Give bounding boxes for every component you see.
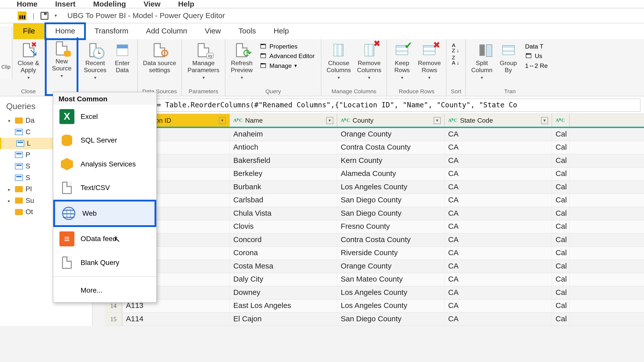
group-transform-label: Tran bbox=[469, 87, 551, 95]
table-row[interactable]: 10 A109 Corona Riverside County CA Cal bbox=[105, 247, 644, 260]
replace-values-button[interactable]: 1↔2 Re bbox=[523, 61, 549, 70]
cell-county: San Diego County bbox=[337, 207, 445, 220]
cell-county: Contra Costa County bbox=[337, 141, 445, 154]
tab-view[interactable]: View bbox=[196, 24, 230, 38]
col-name[interactable]: AᴮCName▾ bbox=[230, 114, 337, 127]
qat-dropdown-icon[interactable]: ▾ bbox=[55, 13, 57, 18]
sort-desc-button[interactable]: ZA ↓ bbox=[452, 55, 460, 66]
cell-next: Cal bbox=[552, 273, 570, 286]
tab-file[interactable]: File bbox=[13, 23, 45, 39]
group-manage-columns: Choose Columns▾ ✖ Remove Columns▾ Manage… bbox=[321, 39, 387, 96]
folder-icon bbox=[15, 186, 23, 192]
menu-text-csv[interactable]: Text/CSV bbox=[53, 176, 156, 200]
split-column-button[interactable]: Split Column▾ bbox=[469, 41, 495, 87]
table-row[interactable]: 8 A107 Clovis Fresno County CA Cal bbox=[105, 220, 644, 234]
properties-button[interactable]: 🗔Properties bbox=[258, 42, 316, 51]
table-row[interactable]: 11 A110 Costa Mesa Orange County CA Cal bbox=[105, 260, 644, 273]
cell-name: East Los Angeles bbox=[230, 300, 337, 312]
cell-next: Cal bbox=[552, 313, 570, 326]
outer-tab-home[interactable]: Home bbox=[17, 0, 38, 8]
cell-name: Costa Mesa bbox=[230, 260, 337, 273]
col-next[interactable]: AᴮC bbox=[552, 114, 570, 127]
tab-tools[interactable]: Tools bbox=[230, 24, 265, 38]
keep-rows-label: Keep Rows bbox=[394, 59, 410, 73]
table-row[interactable]: 4 A103 Berkeley Alameda County CA Cal bbox=[105, 168, 644, 181]
filter-dropdown-icon[interactable]: ▾ bbox=[434, 117, 441, 124]
transform-stack: Data T 🗔Us 1↔2 Re bbox=[521, 41, 551, 87]
tab-add-column[interactable]: Add Column bbox=[137, 24, 196, 38]
group-reduce-rows: ✔ Keep Rows▾ ✖ Remove Rows▾ Reduce Rows bbox=[387, 39, 447, 96]
globe-icon bbox=[61, 206, 76, 221]
tab-home[interactable]: Home bbox=[45, 22, 86, 40]
outer-tab-insert[interactable]: Insert bbox=[55, 0, 75, 8]
group-by-button[interactable]: Group By bbox=[496, 41, 521, 87]
table-row[interactable]: 7 A106 Chula Vista San Diego County CA C… bbox=[105, 207, 644, 220]
table-row[interactable]: 6 A105 Carlsbad San Diego County CA Cal bbox=[105, 194, 644, 207]
menu-separator bbox=[53, 276, 156, 277]
col-state-code[interactable]: AᴮCState Code▾ bbox=[445, 114, 552, 127]
table-row[interactable]: 13 A112 Downey Los Angeles County CA Cal bbox=[105, 286, 644, 300]
table-row[interactable]: 1 A100 Anaheim Orange County CA Cal bbox=[105, 128, 644, 141]
data-type-button[interactable]: Data T bbox=[523, 42, 549, 51]
table-row[interactable]: 5 A104 Burbank Los Angeles County CA Cal bbox=[105, 181, 644, 194]
advanced-editor-button[interactable]: 🗔Advanced Editor bbox=[258, 52, 316, 60]
cell-next: Cal bbox=[552, 286, 570, 299]
tab-transform[interactable]: Transform bbox=[86, 24, 137, 38]
menu-blank-query[interactable]: Blank Query bbox=[53, 251, 156, 275]
filter-dropdown-icon[interactable]: ▾ bbox=[219, 117, 226, 124]
group-parameters: xy Manage Parameters▾ Parameters bbox=[182, 39, 225, 96]
refresh-preview-button[interactable]: ⟳ Refresh Preview▾ bbox=[228, 41, 255, 87]
tab-help[interactable]: Help bbox=[265, 24, 298, 38]
table-row[interactable]: 12 A111 Daly City San Mateo County CA Ca… bbox=[105, 273, 644, 287]
manage-button[interactable]: 🗔Manage ▾ bbox=[258, 61, 316, 70]
menu-more[interactable]: More... bbox=[53, 279, 156, 302]
group-query-label: Query bbox=[228, 87, 318, 95]
table-row[interactable]: 3 A102 Bakersfield Kern County CA Cal bbox=[105, 154, 644, 168]
save-icon[interactable] bbox=[41, 12, 49, 20]
formula-bar: ✕ ✓ 𝑓ₓ bbox=[105, 96, 644, 114]
table-row[interactable]: 9 A108 Concord Contra Costa County CA Ca… bbox=[105, 234, 644, 247]
table-row[interactable]: 14 A113 East Los Angeles Los Angeles Cou… bbox=[105, 300, 644, 313]
cell-state-code: CA bbox=[445, 247, 552, 260]
blank-icon bbox=[59, 283, 74, 298]
group-close-label: Close bbox=[15, 87, 42, 95]
cell-name: Concord bbox=[230, 234, 337, 246]
cube-icon bbox=[59, 157, 74, 172]
menu-odata[interactable]: ≡OData feed bbox=[53, 227, 156, 251]
split-column-icon bbox=[474, 43, 490, 58]
cell-state-code: CA bbox=[445, 313, 552, 326]
menu-web[interactable]: Web bbox=[53, 200, 156, 227]
remove-rows-icon: ✖ bbox=[422, 43, 437, 58]
outer-tab-modeling[interactable]: Modeling bbox=[93, 0, 126, 8]
use-first-row-button[interactable]: 🗔Us bbox=[523, 52, 549, 60]
menu-excel[interactable]: XExcel bbox=[53, 105, 156, 129]
sort-asc-button[interactable]: AZ ↓ bbox=[452, 43, 460, 53]
keep-rows-button[interactable]: ✔ Keep Rows▾ bbox=[390, 41, 414, 87]
close-apply-button[interactable]: ✖↘ Close & Apply▾ bbox=[15, 41, 42, 87]
enter-data-button[interactable]: Enter Data bbox=[110, 41, 135, 87]
formula-input[interactable] bbox=[152, 98, 641, 112]
manage-parameters-button[interactable]: xy Manage Parameters▾ bbox=[185, 41, 223, 87]
new-source-button[interactable]: New Source▾ bbox=[49, 39, 74, 93]
filter-dropdown-icon[interactable]: ▾ bbox=[326, 117, 333, 124]
data-source-settings-button[interactable]: ⚙ Data source settings bbox=[140, 41, 179, 87]
menu-sql-server[interactable]: SQL Server bbox=[53, 128, 156, 152]
menu-analysis-services[interactable]: Analysis Services bbox=[53, 152, 156, 176]
remove-rows-button[interactable]: ✖ Remove Rows▾ bbox=[415, 41, 444, 87]
cell-state-code: CA bbox=[445, 286, 552, 299]
filter-dropdown-icon[interactable]: ▾ bbox=[541, 117, 548, 124]
data-source-settings-label: Data source settings bbox=[143, 59, 176, 73]
recent-sources-button[interactable]: 🕒 Recent Sources▾ bbox=[81, 41, 109, 87]
choose-columns-button[interactable]: Choose Columns▾ bbox=[324, 41, 354, 87]
table-row[interactable]: 2 A101 Antioch Contra Costa County CA Ca… bbox=[105, 141, 644, 155]
outer-tab-view[interactable]: View bbox=[144, 0, 160, 8]
group-reduce-rows-label: Reduce Rows bbox=[390, 87, 444, 95]
outer-tab-help[interactable]: Help bbox=[178, 0, 194, 8]
cell-next: Cal bbox=[552, 260, 570, 273]
col-county[interactable]: AᴮCCounty▾ bbox=[337, 114, 445, 127]
table-row[interactable]: 15 A114 El Cajon San Diego County CA Cal bbox=[105, 313, 644, 326]
cell-state-code: CA bbox=[445, 234, 552, 246]
remove-columns-button[interactable]: ✖ Remove Columns▾ bbox=[354, 41, 384, 87]
enter-data-icon bbox=[115, 43, 130, 58]
cell-next: Cal bbox=[552, 168, 570, 180]
